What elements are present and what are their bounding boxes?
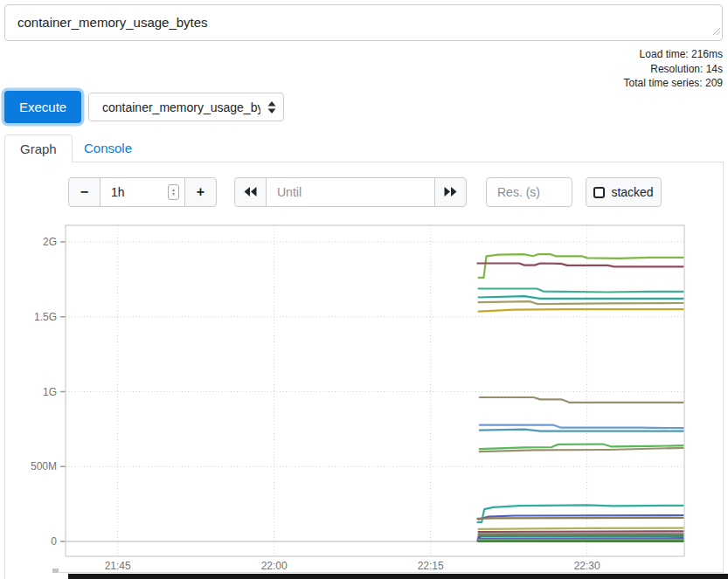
series-line: [479, 301, 683, 304]
stacked-label: stacked: [611, 185, 653, 199]
series-line: [479, 528, 683, 529]
query-input-wrap: container_memory_usage_bytes: [4, 4, 723, 41]
until-input[interactable]: [266, 177, 435, 207]
tab-graph[interactable]: Graph: [4, 134, 73, 162]
x-axis-label: 22:00: [261, 560, 288, 572]
resolution-input[interactable]: [486, 177, 572, 207]
range-decrease-button[interactable]: −: [68, 177, 101, 207]
series-line: [480, 425, 683, 429]
prometheus-expression-browser: container_memory_usage_bytes Load time: …: [0, 0, 728, 579]
plot-border: [66, 225, 684, 556]
series-line: [480, 430, 683, 431]
resolution: Resolution: 14s: [624, 62, 723, 77]
series-line: [479, 534, 683, 534]
textarea-resize-handle-icon[interactable]: [711, 23, 720, 38]
metric-select[interactable]: container_memory_usage_bytes: [88, 93, 284, 121]
stacked-toggle-button[interactable]: stacked: [586, 177, 662, 207]
graph-container-border: [58, 572, 724, 573]
y-axis-label: 0: [51, 535, 57, 548]
x-axis-label: 21:45: [105, 560, 131, 572]
load-time: Load time: 216ms: [624, 47, 723, 62]
series-line: [477, 264, 683, 267]
time-back-button[interactable]: [234, 177, 267, 207]
series-line: [479, 296, 683, 299]
double-left-arrow-icon: [244, 185, 257, 199]
query-input[interactable]: container_memory_usage_bytes: [4, 4, 723, 41]
stacked-checkbox[interactable]: [593, 187, 605, 198]
series-line: [480, 397, 683, 403]
series-line: [479, 289, 683, 293]
y-axis-label: 1.5G: [34, 311, 57, 323]
double-right-arrow-icon: [444, 185, 457, 199]
series-line: [479, 309, 683, 312]
x-axis-label: 22:15: [418, 560, 444, 572]
total-time-series: Total time series: 209: [624, 76, 723, 91]
tab-console[interactable]: Console: [70, 134, 146, 162]
range-increase-button[interactable]: +: [184, 177, 217, 207]
y-axis-label: 1G: [43, 386, 57, 398]
series-line: [477, 505, 683, 522]
query-stats: Load time: 216ms Resolution: 14s Total t…: [624, 47, 723, 91]
legend-swatch-bar[interactable]: [68, 574, 728, 579]
time-forward-button[interactable]: [434, 177, 467, 207]
select-updown-icon: [267, 101, 276, 116]
metric-select-value: container_memory_usage_bytes: [102, 100, 260, 114]
graph-plot[interactable]: 0500M1G1.5G2G21:4522:0022:1522:30: [0, 217, 728, 579]
x-axis-label: 22:30: [574, 560, 600, 572]
series-line: [477, 518, 683, 519]
execute-button[interactable]: Execute: [4, 91, 81, 123]
y-axis-label: 2G: [43, 236, 57, 248]
y-axis-label: 500M: [31, 460, 57, 472]
range-stepper-icon[interactable]: ▲▼: [168, 184, 179, 200]
series-line: [479, 531, 683, 532]
